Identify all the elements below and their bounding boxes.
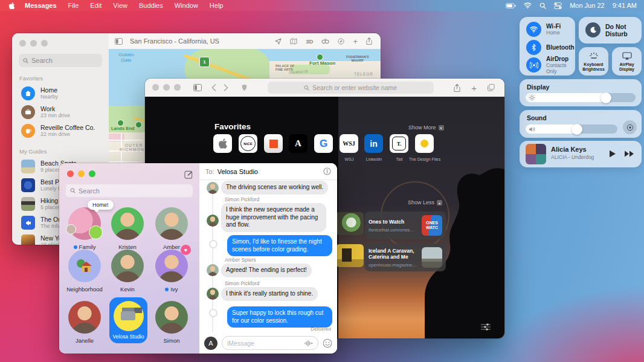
display-brightness-slider[interactable] (526, 93, 636, 102)
maps-search-input[interactable]: Search (19, 54, 102, 67)
speaker-icon (529, 126, 535, 132)
avatar (207, 182, 219, 194)
map-mode-icon[interactable] (290, 38, 297, 45)
favorite-orange-square[interactable] (264, 134, 283, 153)
favorite-atlantic[interactable]: A (289, 134, 308, 153)
search-icon (23, 58, 28, 63)
messages-window-controls[interactable] (67, 169, 100, 179)
slider-knob[interactable] (572, 124, 582, 135)
favorite-its-nice-that[interactable]: NiCE (239, 134, 257, 153)
look-around-icon[interactable] (321, 38, 329, 44)
contact-simon[interactable]: Simon (150, 301, 193, 344)
apple-menu-icon[interactable] (8, 2, 15, 10)
map-tree-marker (317, 54, 323, 60)
privacy-shield-icon[interactable] (242, 84, 247, 91)
add-icon[interactable]: + (353, 37, 358, 46)
contact-velosa-studio-selected[interactable]: Velosa Studio (109, 297, 147, 343)
message-bubble: I think it's really starting to shine. (221, 287, 318, 301)
menu-view[interactable]: View (113, 2, 127, 9)
emoji-icon[interactable] (323, 338, 332, 348)
favorite-linkedin[interactable]: in (364, 134, 383, 153)
airplay-audio-button[interactable] (623, 120, 637, 134)
maps-favorite-work[interactable]: Work23 min drive (12, 103, 109, 121)
maps-favorite-coffee[interactable]: Reveille Coffee Co.22 min drive (12, 121, 109, 140)
conversation-pane: To: Velosa Studio The driving scenes are… (199, 163, 337, 354)
contact-neighborhood[interactable]: Neighborhood (63, 250, 106, 293)
battery-icon[interactable] (506, 3, 516, 8)
menu-date[interactable]: Mon Jun 22 (570, 2, 604, 9)
briefcase-icon (21, 105, 35, 119)
menu-edit[interactable]: Edit (90, 2, 101, 9)
favorite-google[interactable]: G (314, 134, 333, 153)
play-icon[interactable] (609, 150, 616, 158)
safari-url-field[interactable]: Search or enter website name (268, 82, 434, 94)
compose-icon[interactable] (184, 170, 193, 179)
frequently-visited-card[interactable]: Ones to Watchitsnicethat.com/ones… ONES … (365, 212, 446, 239)
bluetooth-icon (526, 40, 541, 55)
contact-amber[interactable]: Amber (150, 207, 193, 250)
menu-help[interactable]: Help (210, 2, 224, 9)
sidebar-toggle-icon[interactable] (193, 84, 202, 91)
maps-favorite-home[interactable]: HomeNearby (12, 84, 109, 103)
settings-sliders-icon[interactable] (480, 323, 491, 331)
bluetooth-control[interactable]: Bluetooth (526, 40, 575, 55)
slider-knob[interactable] (601, 92, 611, 103)
maps-3d-button[interactable]: 3D (306, 38, 313, 45)
back-icon[interactable] (211, 84, 216, 91)
share-icon[interactable] (366, 37, 372, 45)
imessage-input[interactable]: iMessage (222, 336, 318, 350)
thumbnail-building[interactable] (336, 244, 364, 267)
desktop: Messages File Edit View Buddies Window H… (0, 0, 644, 362)
share-icon[interactable] (454, 84, 460, 92)
menu-file[interactable]: File (68, 2, 79, 9)
menu-window[interactable]: Window (175, 2, 198, 9)
menu-buddies[interactable]: Buddies (139, 2, 163, 9)
show-more-link[interactable]: Show More▾ (408, 124, 444, 131)
maps-section-favorites: Favorites (19, 75, 109, 82)
wifi-icon[interactable] (524, 2, 532, 8)
keyboard-brightness-card[interactable]: Keyboard Brightness (579, 47, 608, 76)
house-icon (76, 259, 93, 273)
wifi-control[interactable]: Wi-FiHome (526, 22, 561, 37)
spotlight-icon[interactable] (539, 2, 546, 9)
avatar (207, 264, 219, 276)
location-arrow-icon[interactable] (275, 38, 282, 45)
maps-window-controls[interactable] (12, 33, 109, 49)
info-icon[interactable] (323, 167, 331, 175)
menu-app-name[interactable]: Messages (25, 2, 57, 9)
imessage-apps-icon[interactable]: A (204, 337, 217, 350)
sender-label: Amber Spiers (225, 257, 256, 263)
sound-card: Sound (520, 110, 642, 138)
audio-waveform-icon[interactable] (304, 340, 313, 347)
messages-search-input[interactable]: Search (65, 184, 193, 198)
message-bubble: I think the new sequence made a huge imp… (221, 203, 326, 232)
frequently-visited-card[interactable]: Iceland A Caravan, Caterina and Meopenho… (365, 244, 446, 271)
favorite-wsj[interactable]: WSJ (340, 134, 358, 153)
thumbnail-latte[interactable] (336, 212, 364, 235)
fast-forward-icon[interactable] (625, 150, 634, 157)
sidebar-toggle-icon[interactable] (115, 38, 123, 45)
show-less-link[interactable]: Show Less▴ (408, 199, 442, 205)
music-track: ALICIA - Underdog (551, 154, 594, 160)
airplay-display-card[interactable]: AirPlay Display (612, 47, 642, 76)
chevron-up-icon: ▴ (437, 200, 442, 205)
new-tab-icon[interactable]: + (471, 83, 477, 93)
contact-kristen[interactable]: Kristen (106, 207, 149, 250)
menu-time[interactable]: 9:41 AM (613, 2, 637, 9)
contact-family[interactable]: Home! Family (63, 207, 106, 250)
forward-icon[interactable] (224, 84, 228, 91)
contact-kevin[interactable]: Kevin (106, 250, 149, 293)
keyboard-brightness-icon (579, 52, 608, 59)
message-thread[interactable]: The driving scenes are working well. Sim… (199, 179, 337, 332)
favorite-design-files[interactable] (415, 134, 434, 153)
contact-ivy[interactable]: ♥ Ivy (150, 250, 193, 293)
volume-slider[interactable] (526, 124, 617, 134)
favorite-apple[interactable] (213, 134, 232, 153)
dome-icon[interactable] (338, 38, 344, 45)
airdrop-control[interactable]: AirDropContacts Only (526, 56, 575, 74)
tab-overview-icon[interactable] (488, 84, 495, 91)
favorite-tait[interactable]: T. (390, 134, 408, 153)
control-center-icon[interactable] (554, 2, 562, 9)
safari-window-controls[interactable] (152, 82, 185, 93)
do-not-disturb-card[interactable]: Do Not Disturb (579, 17, 642, 44)
